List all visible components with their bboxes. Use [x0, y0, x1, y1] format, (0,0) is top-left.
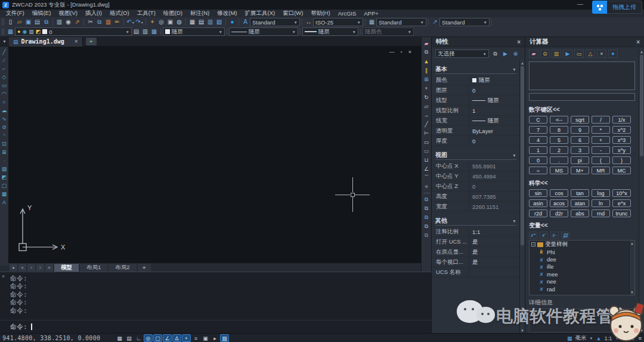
zoom-realtime-button[interactable]: ◎ [157, 18, 166, 26]
explode-button[interactable]: ✳ [423, 183, 431, 190]
calc-key-7[interactable]: 7 [529, 126, 547, 134]
calculator-return-button[interactable]: ▤ [561, 232, 569, 239]
toggle-pickadd-button[interactable]: ⊕ [511, 50, 520, 58]
get-coordinates-button[interactable]: ▶ [563, 50, 572, 58]
variables-folder-row[interactable]: −变量样例 [530, 241, 634, 248]
status-polar-tracking-toggle[interactable]: ◎ [144, 334, 153, 342]
drawing-close-button[interactable]: × [408, 49, 411, 55]
menu-dimension[interactable]: 标注(N) [187, 10, 213, 17]
draw-order-front-button[interactable]: ⧉ [423, 196, 431, 204]
property-value[interactable]: 随层 [469, 95, 519, 105]
offset-button[interactable]: ∥ [423, 66, 431, 74]
layout-nav-expand-button[interactable]: ▴ [10, 264, 17, 271]
gradient-button[interactable]: ◩ [1, 174, 8, 180]
drag-upload-button[interactable]: 拖拽上传 [607, 1, 642, 14]
calc-key-9[interactable]: 9 [571, 126, 589, 134]
scroll-down-icon[interactable]: ▼ [630, 289, 634, 295]
chevron-down-icon[interactable]: ▼ [615, 337, 619, 340]
chamfer-button[interactable]: ∠ [423, 165, 431, 172]
menu-draw[interactable]: 绘图(D) [159, 10, 186, 17]
hatch-button[interactable]: ▨ [1, 165, 8, 172]
property-value[interactable]: 随层 [469, 75, 519, 85]
calc-key-_[interactable]: - [592, 146, 610, 154]
collapse-minus-icon[interactable]: − [531, 242, 535, 247]
command-window[interactable]: × 命令:命令:命令:命令:命令: 命令: [0, 272, 431, 333]
properties-close-icon[interactable]: × [517, 39, 521, 45]
calc-fn-10_x[interactable]: 10^x [612, 189, 631, 197]
property-value[interactable]: 1 [469, 106, 519, 115]
point-button[interactable]: ∙ [1, 157, 8, 164]
calc-key-6[interactable]: 6 [571, 136, 589, 144]
model-space-canvas[interactable]: — ▫ × Y X [8, 47, 421, 263]
calc-key-_[interactable]: ) [612, 156, 631, 164]
property-value[interactable]: 0 [469, 85, 519, 95]
new-variable-button[interactable]: x* [529, 232, 537, 239]
calc-fn-ln[interactable]: ln [592, 199, 610, 207]
copy-clip-button[interactable]: ⧉ [95, 18, 104, 26]
layer-properties-button[interactable]: ▦ [188, 18, 197, 26]
save-as-button[interactable]: ▤ [33, 18, 42, 26]
chevron-down-icon[interactable]: ▼ [420, 20, 424, 24]
status-dynamic-ucs-toggle[interactable]: ∆ [172, 334, 181, 342]
menu-tools[interactable]: 工具(T) [133, 10, 159, 17]
document-list-dropdown[interactable]: ▼ [0, 39, 9, 44]
collapse-icon[interactable]: ▼ [512, 153, 516, 158]
calc-key-___[interactable]: <-- [550, 116, 568, 124]
selection-filter-dropdown[interactable]: 无选择 ▼ [435, 50, 489, 58]
layer-previous-button[interactable]: ▤ [132, 27, 141, 36]
calc-fn-trunc[interactable]: trunc [612, 209, 631, 217]
units-label[interactable]: 毫米 [575, 334, 587, 342]
break-at-point-button[interactable]: ▭ [423, 138, 431, 146]
pan-button[interactable]: + [148, 18, 157, 26]
chevron-down-icon[interactable]: ▼ [219, 30, 222, 34]
layout-tab-布局1[interactable]: 布局1 [80, 264, 107, 272]
minimize-window-button[interactable]: — [577, 1, 583, 7]
menu-arcgis[interactable]: ArcGIS [334, 10, 360, 17]
status-annotation-monitor-toggle[interactable]: ▨ [220, 334, 229, 342]
quick-select-button[interactable]: ⧉ [491, 50, 500, 58]
property-value[interactable] [469, 267, 519, 277]
dimension-style-icon-button[interactable]: ↔ [304, 18, 313, 26]
property-value[interactable]: 是 [469, 247, 519, 257]
redo-dropdown-arrow[interactable]: ▾ [141, 20, 143, 24]
close-document-icon[interactable]: × [75, 38, 78, 45]
variable-item-vee[interactable]: xvee [530, 292, 634, 295]
polyline-button[interactable]: ⌐ [1, 65, 8, 72]
redo-button[interactable]: ↷▾ [135, 18, 144, 26]
property-value[interactable]: ByLayer [469, 126, 519, 135]
new-document-tab-button[interactable]: + [86, 38, 97, 45]
chevron-down-icon[interactable]: ▼ [294, 20, 298, 24]
calc-fn-tan[interactable]: tan [571, 189, 589, 197]
etransmit-button[interactable]: ⧉ [42, 18, 51, 26]
toolbar-grip[interactable] [2, 19, 4, 26]
layer-isolate-button[interactable]: ▥ [141, 27, 150, 36]
zoom-previous-button[interactable]: ◍ [175, 18, 184, 26]
chevron-down-icon[interactable]: ▼ [292, 30, 296, 34]
calc-key-MR[interactable]: MR [592, 167, 610, 174]
plot-preview-button[interactable]: ◉ [64, 18, 73, 26]
scroll-up-icon[interactable]: ▲ [630, 241, 634, 246]
command-window-close-icon[interactable]: × [2, 273, 5, 279]
variable-item-dee[interactable]: xdee [530, 255, 634, 263]
status-lineweight-display-toggle[interactable]: ≡ [191, 334, 200, 342]
collapse-icon[interactable]: ▼ [512, 67, 516, 72]
menu-format[interactable]: 格式(O) [106, 10, 133, 17]
annotation-auto-scale-icon[interactable]: ▲ [622, 335, 627, 341]
revision-cloud-button[interactable]: ☁ [1, 107, 8, 113]
scrollbar-thumb[interactable] [640, 55, 643, 156]
calc-fn-atan[interactable]: atan [571, 199, 589, 207]
layout-nav-last-button[interactable]: » [45, 264, 53, 271]
calc-key-C[interactable]: C [529, 116, 547, 124]
calc-key-5[interactable]: 5 [550, 136, 568, 144]
save-button[interactable]: ▣ [24, 18, 33, 26]
drawing-minimize-button[interactable]: — [389, 49, 395, 55]
move-button[interactable]: + [423, 84, 431, 92]
clear-button[interactable]: ▰ [529, 50, 538, 58]
make-current-layer-button[interactable]: ▦ [150, 27, 159, 36]
property-value[interactable]: 是 [469, 237, 519, 247]
status-transparency-display-toggle[interactable]: ▣ [201, 334, 210, 342]
ray-button[interactable]: ⁄ [1, 57, 8, 63]
toolbar-grip[interactable] [2, 28, 4, 35]
section-header-其他[interactable]: 其他▼ [435, 217, 516, 226]
ellipse-arc-button[interactable]: ◝ [1, 132, 8, 138]
